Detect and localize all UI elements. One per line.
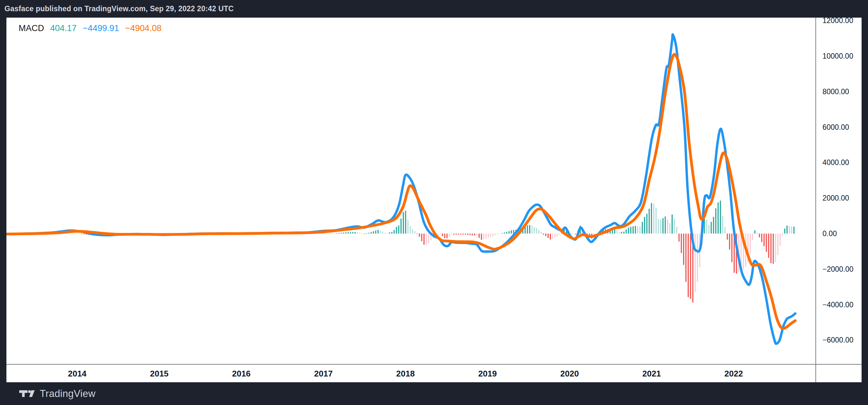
price-tick-label: 4000.00 xyxy=(823,158,849,167)
tradingview-logo-icon xyxy=(19,389,35,399)
year-label: 2017 xyxy=(314,369,333,379)
year-label: 2020 xyxy=(560,369,579,379)
year-label: 2018 xyxy=(396,369,415,379)
chart-panel: MACD 404.17 −4499.91 −4904.08 12000.0010… xyxy=(6,18,862,382)
tradingview-logo[interactable]: TradingView xyxy=(19,388,95,400)
year-label: 2019 xyxy=(478,369,497,379)
footer-bar: TradingView xyxy=(0,382,868,405)
year-label: 2016 xyxy=(232,369,251,379)
price-tick-label: −6000.00 xyxy=(823,336,854,344)
macd-plot xyxy=(6,18,862,382)
price-tick-label: 10000.00 xyxy=(823,52,853,61)
signal-value: −4904.08 xyxy=(125,23,161,33)
price-tick-label: 8000.00 xyxy=(823,87,849,96)
histogram-bars xyxy=(40,200,795,303)
macd-legend: MACD 404.17 −4499.91 −4904.08 xyxy=(19,23,161,33)
year-label: 2015 xyxy=(150,369,168,379)
snapshot-attribution: Gasface published on TradingView.com, Se… xyxy=(0,4,234,13)
header-bar: Gasface published on TradingView.com, Se… xyxy=(0,0,868,18)
year-label: 2014 xyxy=(68,369,87,379)
price-tick-label: −4000.00 xyxy=(823,300,854,309)
indicator-name: MACD xyxy=(19,23,44,33)
price-tick-label: −2000.00 xyxy=(823,264,854,273)
price-tick-label: 0.00 xyxy=(823,229,837,238)
price-tick-label: 2000.00 xyxy=(823,194,849,202)
macd-value: −4499.91 xyxy=(83,23,119,33)
year-label: 2021 xyxy=(642,369,661,379)
histogram-value: 404.17 xyxy=(50,23,77,33)
price-tick-label: 12000.00 xyxy=(823,16,853,25)
price-tick-label: 6000.00 xyxy=(823,123,849,131)
tradingview-wordmark: TradingView xyxy=(40,388,95,400)
year-label: 2022 xyxy=(724,369,743,379)
macd-line xyxy=(7,34,795,344)
